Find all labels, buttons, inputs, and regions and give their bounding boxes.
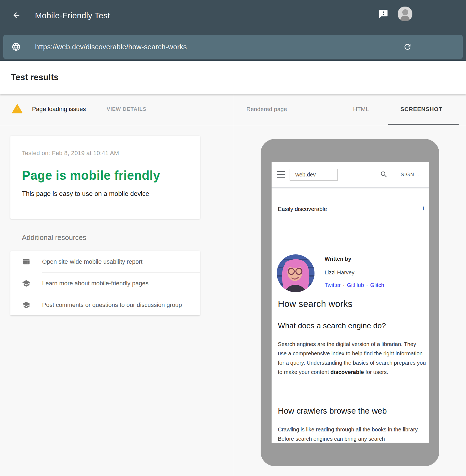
- tested-on-timestamp: Tested on: Feb 8, 2019 at 10:41 AM: [22, 150, 188, 157]
- usability-report-icon: [22, 257, 31, 266]
- mobile-friendly-test-app: Mobile-Friendly Test https://web.dev/dis…: [0, 0, 466, 476]
- result-card: Tested on: Feb 8, 2019 at 10:41 AM Page …: [10, 136, 200, 219]
- resource-item-label: Post comments or questions to our discus…: [42, 301, 182, 309]
- user-avatar-photo: [398, 7, 412, 21]
- author-links: Twitter·GitHub·Glitch: [325, 282, 384, 288]
- github-link[interactable]: GitHub: [347, 282, 364, 288]
- article-section1-paragraph: Search engines are the digital version o…: [278, 339, 426, 377]
- school-icon: [22, 279, 31, 288]
- mobile-url-field[interactable]: web.dev: [290, 169, 338, 181]
- hamburger-menu-icon[interactable]: [277, 171, 285, 178]
- mobile-url-value: web.dev: [295, 172, 316, 178]
- tab-rendered-page[interactable]: Rendered page: [246, 106, 287, 112]
- school-icon: [22, 301, 31, 309]
- site-section-title: Easily discoverable: [278, 206, 327, 212]
- tab-screenshot[interactable]: SCREENSHOT: [400, 106, 442, 112]
- article-section2-paragraph: Crawling is like reading through all the…: [278, 425, 426, 443]
- author-avatar-photo: [277, 254, 314, 292]
- truncated-text: I: [423, 205, 424, 212]
- sign-in-button[interactable]: SIGN …: [401, 172, 421, 178]
- verdict-description: This page is easy to use on a mobile dev…: [22, 190, 188, 198]
- active-tab-indicator: [388, 124, 459, 125]
- paragraph-text: for users.: [364, 369, 388, 375]
- search-icon[interactable]: [380, 170, 388, 179]
- resource-item-label: Learn more about mobile-friendly pages: [42, 280, 148, 287]
- view-details-button[interactable]: VIEW DETAILS: [107, 106, 147, 112]
- resource-item-discussion-group[interactable]: Post comments or questions to our discus…: [10, 294, 200, 316]
- paragraph-bold-text: discoverable: [330, 369, 364, 375]
- feedback-icon[interactable]: [378, 9, 388, 19]
- page-title: Test results: [11, 72, 59, 82]
- written-by-label: Written by: [325, 256, 351, 262]
- refresh-icon[interactable]: [403, 42, 412, 51]
- link-separator: ·: [341, 282, 347, 288]
- url-bar[interactable]: https://web.dev/discoverable/how-search-…: [3, 35, 463, 59]
- article-section2-heading: How crawlers browse the web: [278, 406, 387, 416]
- resources-card: Open site-wide mobile usability report L…: [10, 251, 200, 315]
- resource-item-learn-more[interactable]: Learn more about mobile-friendly pages: [10, 273, 200, 294]
- glitch-link[interactable]: Glitch: [370, 282, 384, 288]
- additional-resources-heading: Additional resources: [22, 233, 86, 242]
- tab-html[interactable]: HTML: [353, 106, 369, 112]
- back-arrow-icon[interactable]: [12, 11, 21, 20]
- phone-screenshot: web.dev SIGN … Easily discoverable I: [272, 162, 429, 443]
- author-avatar: [277, 254, 314, 292]
- mobile-site-header: web.dev SIGN …: [272, 162, 429, 188]
- phone-mockup: web.dev SIGN … Easily discoverable I: [261, 139, 439, 466]
- resource-item-label: Open site-wide mobile usability report: [42, 258, 142, 265]
- link-separator: ·: [364, 282, 370, 288]
- content-area: Page loading issues VIEW DETAILS Rendere…: [0, 94, 466, 476]
- article-section1-heading: What does a search engine do?: [278, 321, 386, 330]
- page-loading-issues-label: Page loading issues: [32, 106, 86, 113]
- globe-icon: [11, 42, 21, 51]
- url-text: https://web.dev/discoverable/how-search-…: [35, 43, 187, 51]
- results-header: Test results: [0, 61, 466, 94]
- app-title: Mobile-Friendly Test: [35, 11, 110, 20]
- panel-divider: [234, 94, 234, 476]
- article-title: How search works: [278, 299, 353, 309]
- app-bar: Mobile-Friendly Test https://web.dev/dis…: [0, 0, 466, 61]
- resource-item-usability-report[interactable]: Open site-wide mobile usability report: [10, 251, 200, 272]
- verdict-text: Page is mobile friendly: [22, 168, 188, 182]
- warning-icon: [12, 103, 23, 114]
- user-avatar[interactable]: [398, 7, 412, 21]
- row-divider: [0, 125, 466, 125]
- author-name: Lizzi Harvey: [325, 269, 354, 276]
- twitter-link[interactable]: Twitter: [325, 282, 341, 288]
